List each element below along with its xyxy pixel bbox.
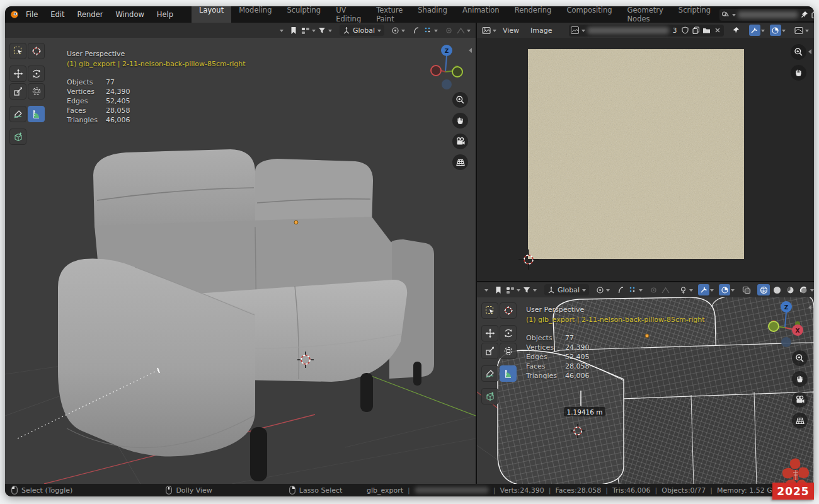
fake-user-shield-icon[interactable] (681, 26, 690, 35)
wire-orientation-dropdown[interactable]: Global (544, 284, 589, 295)
wire-tool-scale[interactable] (481, 343, 498, 359)
uv-overlay-icon[interactable] (770, 25, 781, 36)
uv-snap-icon[interactable] (749, 25, 760, 36)
collections-dropdown-icon[interactable] (312, 30, 316, 34)
tool-scale[interactable] (9, 83, 26, 100)
pin-icon[interactable] (800, 10, 809, 19)
channels-dropdown-icon[interactable] (805, 30, 809, 34)
pan-hand-button[interactable] (452, 113, 468, 129)
wire-tool-measure[interactable] (500, 365, 517, 382)
wire-pan-hand-button[interactable] (792, 371, 808, 387)
image-icon[interactable] (571, 26, 580, 35)
falloff-curve-icon[interactable] (455, 25, 466, 36)
wire-pivot-icon[interactable] (677, 284, 689, 295)
wire-tool-transform[interactable] (500, 343, 517, 359)
wire-tool-add-cube[interactable] (481, 388, 498, 404)
blender-logo-icon[interactable] (10, 10, 19, 19)
menu-edit[interactable]: Edit (45, 8, 70, 21)
filter-dropdown-icon[interactable] (328, 30, 332, 34)
proportional-dropdown-icon[interactable] (434, 30, 438, 34)
wire-collections-icon[interactable] (505, 284, 516, 295)
wire-snap-toggle-icon[interactable] (698, 284, 709, 295)
viewport-3d-main[interactable]: Global (5, 23, 476, 484)
image-editor-menu-view[interactable]: View (498, 25, 524, 36)
editor-type-icon[interactable] (481, 25, 492, 36)
wire-camera-view-button[interactable] (792, 392, 808, 408)
tool-move[interactable] (9, 66, 26, 82)
wire-filter-icon[interactable] (521, 284, 532, 295)
proportional-edit-icon[interactable] (410, 25, 421, 36)
tool-measure[interactable] (28, 106, 45, 122)
zoom-in-button[interactable] (452, 92, 468, 108)
scene-selector[interactable] (719, 9, 814, 21)
wire-tool-cursor[interactable] (500, 302, 517, 319)
image-editor[interactable]: View Image 3 (477, 23, 814, 281)
wire-proportional-edit-icon[interactable] (615, 284, 626, 295)
image-zoom-button[interactable] (791, 44, 806, 60)
bookmark-icon[interactable] (288, 25, 299, 36)
menu-file[interactable]: File (20, 8, 43, 21)
tool-annotate[interactable] (9, 106, 26, 122)
wire-shading-solid-icon[interactable] (770, 284, 783, 295)
image-dropdown-icon[interactable] (581, 30, 585, 34)
image-name-redacted[interactable] (587, 27, 669, 34)
image-pin-icon[interactable] (730, 25, 742, 36)
image-pan-button[interactable] (791, 65, 806, 81)
open-folder-icon[interactable] (702, 26, 711, 35)
mode-dropdown-icon[interactable] (276, 25, 287, 36)
wire-tool-move[interactable] (481, 325, 498, 341)
viewport-3d-wireframe[interactable]: Global (477, 282, 814, 484)
toggle-perspective-button[interactable] (452, 154, 468, 170)
texture-image[interactable] (528, 49, 744, 259)
wire-navigation-gizmo[interactable]: X Z (767, 300, 805, 349)
wire-shading-wireframe-icon[interactable] (757, 284, 770, 295)
wire-proportional-falloff-icon[interactable] (627, 284, 638, 295)
proportional-falloff-icon[interactable] (422, 25, 433, 36)
menu-render[interactable]: Render (72, 8, 109, 21)
scene-dropdown-icon[interactable] (732, 14, 736, 18)
filter-icon[interactable] (316, 25, 328, 36)
camera-view-button[interactable] (452, 134, 468, 149)
display-channels-icon[interactable] (793, 25, 805, 36)
wire-toggle-perspective-button[interactable] (792, 413, 808, 428)
unlink-image-icon[interactable] (713, 26, 722, 35)
tool-transform[interactable] (28, 83, 45, 100)
wire-overlays-toggle-icon[interactable] (719, 284, 730, 295)
proportional-connected-icon[interactable] (443, 25, 454, 36)
collections-icon[interactable] (300, 25, 311, 36)
uv-overlay-dropdown-icon[interactable] (782, 30, 786, 34)
scene-name-redacted[interactable] (738, 11, 798, 18)
wire-zoom-in-button[interactable] (792, 350, 808, 366)
wire-region-collapse-icon[interactable] (806, 305, 811, 310)
tool-add-cube[interactable] (9, 129, 26, 145)
wire-connected-icon[interactable] (648, 284, 659, 295)
menu-window[interactable]: Window (110, 8, 149, 21)
snap-dropdown-icon[interactable] (401, 30, 405, 34)
image-editor-menu-image[interactable]: Image (525, 25, 557, 36)
tool-cursor[interactable] (28, 43, 45, 59)
tool-rotate[interactable] (28, 66, 45, 82)
navigation-gizmo[interactable]: Z (429, 43, 464, 93)
wire-shading-material-icon[interactable] (784, 284, 796, 295)
wire-snap-target-icon[interactable] (594, 284, 605, 295)
tool-select-box[interactable] (9, 43, 26, 59)
region-collapse-icon[interactable] (466, 48, 472, 53)
wire-mode-dropdown-icon[interactable] (481, 284, 492, 295)
wire-tool-select-box[interactable] (481, 302, 498, 319)
wire-shading-rendered-icon[interactable] (797, 284, 810, 295)
uv-snap-dropdown-icon[interactable] (761, 30, 765, 34)
menu-help[interactable]: Help (151, 8, 179, 21)
falloff-dropdown-icon[interactable] (467, 30, 471, 34)
scene-icon[interactable] (721, 10, 730, 19)
image-users-count[interactable]: 3 (671, 26, 679, 35)
image-datablock-selector[interactable]: 3 (569, 25, 724, 37)
snap-target-icon[interactable] (389, 25, 401, 36)
editor-type-dropdown-icon[interactable] (493, 30, 496, 34)
image-region-collapse-icon[interactable] (806, 49, 811, 54)
wire-tool-annotate[interactable] (481, 365, 498, 382)
transform-orientation-dropdown[interactable]: Global (340, 25, 384, 36)
new-copy-icon[interactable] (811, 10, 814, 19)
wire-falloff-curve-icon[interactable] (660, 284, 671, 295)
wire-tool-rotate[interactable] (500, 325, 517, 341)
wire-xray-toggle-icon[interactable] (741, 284, 752, 295)
